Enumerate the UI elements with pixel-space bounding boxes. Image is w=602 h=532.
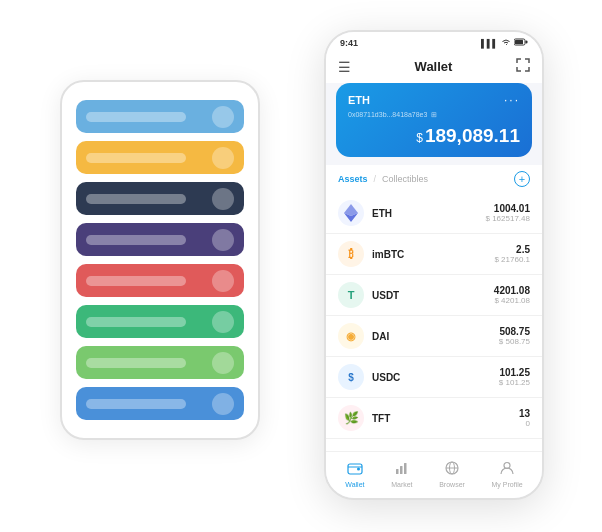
foreground-phone: 9:41 ▌▌▌ ☰ Wallet — [324, 30, 544, 500]
nav-item-profile[interactable]: My Profile — [492, 460, 523, 488]
asset-usd: 0 — [519, 419, 530, 428]
asset-usd: $ 508.75 — [499, 337, 530, 346]
card-bar — [86, 317, 186, 327]
card-dot — [212, 270, 234, 292]
table-row[interactable]: 🌿 TFT 13 0 — [326, 398, 542, 439]
asset-name: TFT — [372, 413, 519, 424]
wallet-card-header: ETH ··· — [348, 93, 520, 107]
background-phone — [60, 80, 260, 440]
top-nav: ☰ Wallet — [326, 52, 542, 83]
card-dot — [212, 311, 234, 333]
asset-values: 13 0 — [519, 408, 530, 428]
asset-values: 101.25 $ 101.25 — [499, 367, 530, 387]
wallet-options-icon[interactable]: ··· — [504, 93, 520, 107]
card-bar — [86, 235, 186, 245]
status-bar: 9:41 ▌▌▌ — [326, 32, 542, 52]
signal-icon: ▌▌▌ — [481, 39, 498, 48]
asset-usd: $ 162517.48 — [486, 214, 531, 223]
table-row[interactable]: $ USDC 101.25 $ 101.25 — [326, 357, 542, 398]
nav-item-market[interactable]: Market — [391, 460, 412, 488]
svg-rect-1 — [515, 40, 523, 44]
usdt-icon: T — [338, 282, 364, 308]
nav-item-wallet[interactable]: Wallet — [345, 460, 364, 488]
card-bar — [86, 112, 186, 122]
wallet-balance: $189,089.11 — [348, 125, 520, 147]
usdc-icon: $ — [338, 364, 364, 390]
market-nav-label: Market — [391, 481, 412, 488]
asset-amount: 101.25 — [499, 367, 530, 378]
asset-amount: 13 — [519, 408, 530, 419]
asset-amount: 4201.08 — [494, 285, 530, 296]
card-dot — [212, 229, 234, 251]
add-asset-button[interactable]: + — [514, 171, 530, 187]
browser-nav-label: Browser — [439, 481, 465, 488]
wallet-nav-label: Wallet — [345, 481, 364, 488]
nav-item-browser[interactable]: Browser — [439, 460, 465, 488]
tab-divider: / — [374, 174, 377, 184]
expand-icon[interactable] — [516, 58, 530, 75]
svg-point-6 — [357, 468, 360, 471]
page-title: Wallet — [415, 59, 453, 74]
profile-nav-icon — [499, 460, 515, 479]
table-row[interactable]: ◉ DAI 508.75 $ 508.75 — [326, 316, 542, 357]
table-row[interactable]: T USDT 4201.08 $ 4201.08 — [326, 275, 542, 316]
wallet-card: ETH ··· 0x08711d3b...8418a78e3 ⊞ $189,08… — [336, 83, 532, 157]
wallet-coin-name: ETH — [348, 94, 370, 106]
assets-header: Assets / Collectibles + — [326, 165, 542, 193]
table-row[interactable]: ETH 1004.01 $ 162517.48 — [326, 193, 542, 234]
asset-usd: $ 4201.08 — [494, 296, 530, 305]
svg-rect-9 — [404, 463, 407, 474]
asset-amount: 2.5 — [494, 244, 530, 255]
market-nav-icon — [394, 460, 410, 479]
card-bar — [86, 358, 186, 368]
asset-amount: 508.75 — [499, 326, 530, 337]
list-item[interactable] — [76, 100, 244, 133]
imbtc-icon: ₿ — [338, 241, 364, 267]
list-item[interactable] — [76, 264, 244, 297]
asset-name: ETH — [372, 208, 486, 219]
list-item[interactable] — [76, 305, 244, 338]
svg-rect-7 — [396, 469, 399, 474]
asset-amount: 1004.01 — [486, 203, 531, 214]
status-icons: ▌▌▌ — [481, 38, 528, 48]
tft-icon: 🌿 — [338, 405, 364, 431]
card-dot — [212, 352, 234, 374]
card-bar — [86, 399, 186, 409]
card-dot — [212, 393, 234, 415]
card-dot — [212, 106, 234, 128]
menu-icon[interactable]: ☰ — [338, 59, 351, 75]
asset-usd: $ 21760.1 — [494, 255, 530, 264]
assets-tabs: Assets / Collectibles — [338, 174, 428, 184]
table-row[interactable]: ₿ imBTC 2.5 $ 21760.1 — [326, 234, 542, 275]
wallet-address: 0x08711d3b...8418a78e3 ⊞ — [348, 111, 520, 119]
list-item[interactable] — [76, 182, 244, 215]
list-item[interactable] — [76, 223, 244, 256]
card-dot — [212, 147, 234, 169]
list-item[interactable] — [76, 387, 244, 420]
card-bar — [86, 194, 186, 204]
asset-name: imBTC — [372, 249, 494, 260]
wifi-icon — [501, 38, 511, 48]
asset-values: 508.75 $ 508.75 — [499, 326, 530, 346]
bottom-nav: Wallet Market Browser My Profile — [326, 451, 542, 498]
list-item[interactable] — [76, 141, 244, 174]
asset-name: DAI — [372, 331, 499, 342]
status-time: 9:41 — [340, 38, 358, 48]
dai-icon: ◉ — [338, 323, 364, 349]
asset-values: 4201.08 $ 4201.08 — [494, 285, 530, 305]
tab-assets[interactable]: Assets — [338, 174, 368, 184]
scene: 9:41 ▌▌▌ ☰ Wallet — [0, 0, 602, 532]
profile-nav-label: My Profile — [492, 481, 523, 488]
eth-icon — [338, 200, 364, 226]
list-item[interactable] — [76, 346, 244, 379]
asset-values: 1004.01 $ 162517.48 — [486, 203, 531, 223]
card-bar — [86, 153, 186, 163]
asset-name: USDC — [372, 372, 499, 383]
asset-name: USDT — [372, 290, 494, 301]
svg-rect-8 — [400, 466, 403, 474]
asset-values: 2.5 $ 21760.1 — [494, 244, 530, 264]
tab-collectibles[interactable]: Collectibles — [382, 174, 428, 184]
asset-usd: $ 101.25 — [499, 378, 530, 387]
asset-list: ETH 1004.01 $ 162517.48 ₿ imBTC 2.5 $ 21… — [326, 193, 542, 451]
wallet-nav-icon — [347, 460, 363, 479]
